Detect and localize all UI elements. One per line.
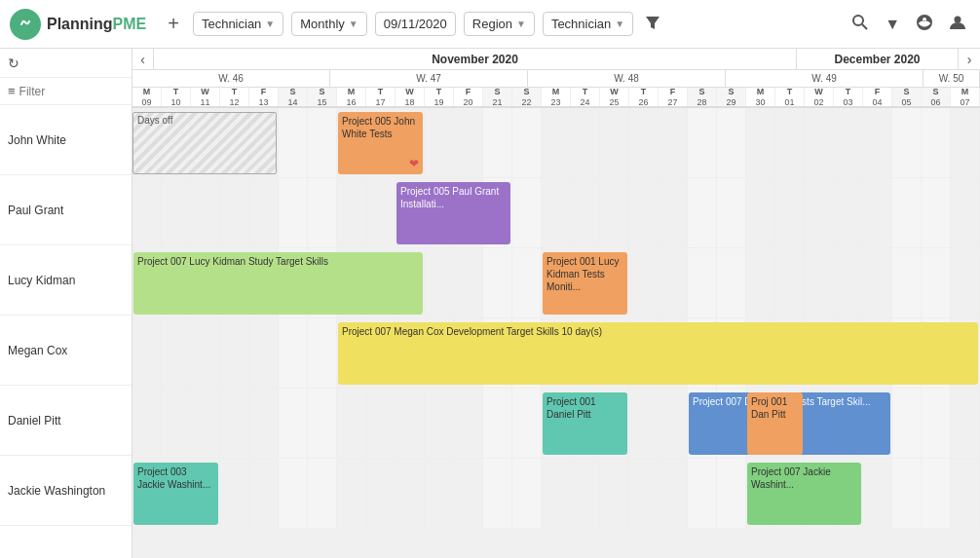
cal-cell-r1-c24 — [834, 178, 863, 247]
cal-cell-r4-c7 — [337, 389, 366, 458]
logo-area: PlanningPME — [10, 9, 146, 40]
technician2-dropdown[interactable]: Technician ▼ — [543, 12, 633, 36]
cal-cell-r2-c22 — [775, 248, 805, 317]
day-header-27: S06 — [922, 88, 951, 106]
cal-cell-r1-c23 — [805, 178, 834, 247]
week-label-w.49: W. 49 — [726, 70, 923, 87]
cal-cell-r5-c13 — [512, 459, 542, 528]
cal-cell-r0-c24 — [834, 108, 863, 177]
cal-cell-r5-c11 — [454, 459, 483, 528]
cal-cell-r0-c28 — [951, 108, 980, 177]
refresh-button[interactable]: ↻ — [8, 56, 19, 71]
cal-cell-r2-c25 — [863, 248, 892, 317]
date-picker[interactable]: 09/11/2020 — [375, 12, 456, 36]
cal-row-john_white: Days offProject 005 John White Tests❤ — [132, 108, 980, 178]
day-header-12: S21 — [483, 88, 512, 106]
cal-cell-r2-c23 — [805, 248, 834, 317]
cal-cell-r1-c18 — [659, 178, 688, 247]
cal-cell-r2-c19 — [688, 248, 717, 317]
sidebar-filter-row: ≡ — [0, 78, 132, 105]
filter-button[interactable] — [641, 11, 664, 38]
cal-cell-r2-c28 — [951, 248, 980, 317]
event-megan_cox-0[interactable]: Project 007 Megan Cox Development Target… — [338, 322, 978, 385]
cal-cell-r1-c21 — [746, 178, 775, 247]
cal-cell-r0-c17 — [629, 108, 659, 177]
day-header-14: M23 — [542, 88, 571, 106]
november-label: November 2020 — [154, 49, 797, 69]
technician-dropdown[interactable]: Technician ▼ — [193, 12, 283, 36]
cal-row-lucy_kidman: Project 007 Lucy Kidman Study Target Ski… — [132, 248, 980, 318]
cal-cell-r5-c3 — [220, 459, 249, 528]
day-header-row: M09T10W11T12F13S14S15M16T17W18T19F20S21S… — [132, 88, 980, 107]
cal-cell-r1-c2 — [191, 178, 220, 247]
cal-cell-r4-c17 — [629, 389, 659, 458]
app-name: PlanningPME — [47, 16, 146, 33]
day-header-8: T17 — [366, 88, 396, 106]
view-dropdown[interactable]: Monthly ▼ — [291, 12, 366, 36]
event-jackie_washington-0[interactable]: Project 003 Jackie Washint... — [133, 463, 218, 525]
cal-cell-r1-c6 — [308, 178, 337, 247]
cal-cell-r5-c6 — [308, 459, 337, 528]
event-paul_grant-0[interactable]: Project 005 Paul Grant Installati... — [396, 182, 510, 244]
day-header-11: F20 — [454, 88, 483, 106]
cal-cell-r5-c20 — [717, 459, 746, 528]
filter-input[interactable] — [19, 85, 124, 98]
cal-cell-r0-c26 — [892, 108, 922, 177]
day-header-1: T10 — [162, 88, 191, 106]
sidebar-top: ↻ — [0, 49, 132, 78]
day-header-4: F13 — [249, 88, 279, 106]
next-month-button[interactable]: › — [959, 49, 980, 69]
sidebar: ↻ ≡ John White Paul Grant Lucy Kidman Me… — [0, 49, 132, 558]
dropdown-button[interactable]: ▼ — [881, 12, 904, 37]
event-daniel_pitt-0[interactable]: Project 001 Daniel Pitt — [543, 392, 627, 455]
cal-cell-r4-c12 — [483, 389, 512, 458]
toolbar: PlanningPME + Technician ▼ Monthly ▼ 09/… — [0, 0, 980, 49]
technician2-dropdown-arrow: ▼ — [615, 19, 624, 29]
cal-cell-r3-c0 — [132, 318, 162, 388]
cal-cell-r0-c11 — [454, 108, 483, 177]
days-off-john_white[interactable]: Days off — [132, 112, 277, 174]
cal-cell-r3-c2 — [191, 318, 220, 388]
event-jackie_washington-1[interactable]: Project 007 Jackie Washint... — [747, 463, 861, 525]
week-label-w.46: W. 46 — [132, 70, 330, 87]
calendar-header: ‹ November 2020 December 2020 › W. 46W. … — [132, 49, 980, 108]
day-header-19: S28 — [688, 88, 717, 106]
day-header-10: T19 — [425, 88, 454, 106]
cal-cell-r0-c15 — [571, 108, 600, 177]
cal-cell-r0-c13 — [512, 108, 542, 177]
cal-cell-r5-c5 — [279, 459, 308, 528]
cal-cell-r5-c25 — [863, 459, 892, 528]
cal-cell-r2-c18 — [659, 248, 688, 317]
cal-cell-r1-c26 — [892, 178, 922, 247]
cal-cell-r0-c6 — [308, 108, 337, 177]
cal-cell-r4-c4 — [249, 389, 279, 458]
prev-month-button[interactable]: ‹ — [132, 49, 154, 69]
week-label-w.48: W. 48 — [528, 70, 726, 87]
settings-button[interactable] — [912, 10, 937, 39]
cal-cell-r5-c4 — [249, 459, 279, 528]
cal-cell-r2-c24 — [834, 248, 863, 317]
cal-cell-r4-c3 — [220, 389, 249, 458]
user-button[interactable] — [945, 10, 970, 39]
event-lucy_kidman-0[interactable]: Project 007 Lucy Kidman Study Target Ski… — [133, 252, 423, 315]
cal-cell-r4-c8 — [366, 389, 396, 458]
cal-cell-r4-c28 — [951, 389, 980, 458]
day-header-23: W02 — [805, 88, 834, 106]
day-header-28: M07 — [951, 88, 980, 106]
add-button[interactable]: + — [162, 11, 185, 37]
region-dropdown[interactable]: Region ▼ — [464, 12, 535, 36]
event-john_white-1[interactable]: Project 005 John White Tests❤ — [338, 112, 423, 174]
search-button[interactable] — [848, 10, 873, 39]
calendar-body: Days offProject 005 John White Tests❤Pro… — [132, 108, 980, 558]
cal-cell-r1-c16 — [600, 178, 629, 247]
day-header-21: M30 — [746, 88, 775, 106]
event-lucy_kidman-1[interactable]: Project 001 Lucy Kidman Tests Moniti... — [543, 252, 627, 315]
cal-cell-r5-c28 — [951, 459, 980, 528]
cal-cell-r2-c21 — [746, 248, 775, 317]
resource-paul-grant: Paul Grant — [0, 175, 132, 245]
day-header-20: S29 — [717, 88, 746, 106]
day-header-26: S05 — [892, 88, 922, 106]
view-dropdown-arrow: ▼ — [349, 19, 358, 29]
day-header-24: T03 — [834, 88, 863, 106]
event-daniel_pitt-2[interactable]: Proj 001 Dan Pitt — [747, 392, 803, 455]
